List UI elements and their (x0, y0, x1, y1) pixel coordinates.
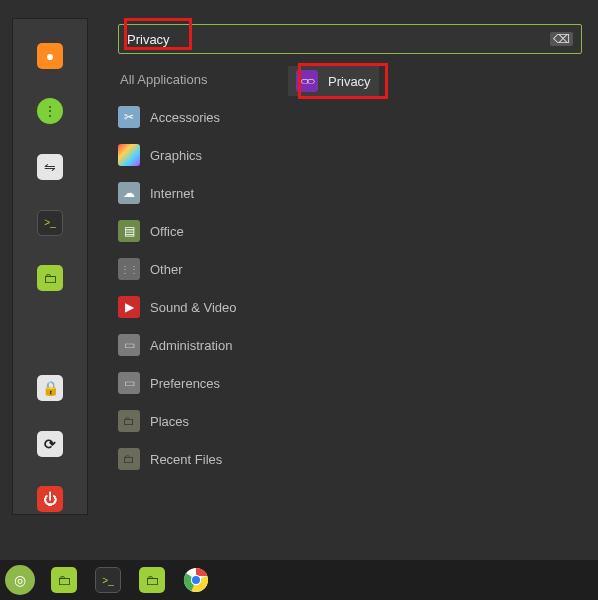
menu-right-panel: ⌫ All Applications ✂ Accessories Graphic… (88, 18, 588, 515)
category-label: Preferences (150, 376, 220, 391)
category-places[interactable]: 🗀 Places (118, 408, 278, 434)
category-graphics[interactable]: Graphics (118, 142, 278, 168)
search-input[interactable] (127, 32, 550, 47)
internet-icon: ☁ (118, 182, 140, 204)
favorites-rail: ● ⋮⋮⋮ ⇋ >_ 🗀 🔒 ⟳ ⏻ (12, 18, 88, 515)
apps-icon: ⋮⋮⋮ (37, 98, 63, 124)
category-label: Accessories (150, 110, 220, 125)
taskbar-mint-menu[interactable]: ◎ (4, 564, 36, 596)
power-icon: ⏻ (37, 486, 63, 512)
terminal-icon: >_ (95, 567, 121, 593)
category-label: Places (150, 414, 189, 429)
category-label: Administration (150, 338, 232, 353)
taskbar-chrome[interactable] (180, 564, 212, 596)
switch-icon: ⇋ (37, 154, 63, 180)
category-header-label: All Applications (120, 72, 207, 87)
administration-icon: ▭ (118, 334, 140, 356)
category-label: Other (150, 262, 183, 277)
category-label: Recent Files (150, 452, 222, 467)
category-label: Internet (150, 186, 194, 201)
chrome-icon (183, 567, 209, 593)
category-recent-files[interactable]: 🗀 Recent Files (118, 446, 278, 472)
restart-icon: ⟳ (37, 431, 63, 457)
places-icon: 🗀 (118, 410, 140, 432)
fav-power[interactable]: ⏻ (35, 484, 65, 514)
accessories-icon: ✂ (118, 106, 140, 128)
category-administration[interactable]: ▭ Administration (118, 332, 278, 358)
taskbar: ◎ 🗀 >_ 🗀 (0, 560, 598, 600)
result-label: Privacy (328, 74, 371, 89)
sound-video-icon: ▶ (118, 296, 140, 318)
category-office[interactable]: ▤ Office (118, 218, 278, 244)
files-icon: 🗀 (37, 265, 63, 291)
mint-logo-icon: ◎ (5, 565, 35, 595)
category-accessories[interactable]: ✂ Accessories (118, 104, 278, 130)
category-all-applications[interactable]: All Applications (118, 66, 278, 92)
categories-list: All Applications ✂ Accessories Graphics … (118, 66, 278, 472)
other-icon: ⋮⋮ (118, 258, 140, 280)
fav-terminal[interactable]: >_ (35, 208, 65, 238)
category-other[interactable]: ⋮⋮ Other (118, 256, 278, 282)
results-list: ⬭⬭ Privacy (278, 66, 582, 472)
fav-apps[interactable]: ⋮⋮⋮ (35, 97, 65, 127)
fav-firefox[interactable]: ● (35, 41, 65, 71)
folder-icon: 🗀 (139, 567, 165, 593)
firefox-icon: ● (37, 43, 63, 69)
office-icon: ▤ (118, 220, 140, 242)
clear-search-icon[interactable]: ⌫ (550, 32, 573, 46)
fav-restart[interactable]: ⟳ (35, 429, 65, 459)
privacy-icon: ⬭⬭ (296, 70, 318, 92)
taskbar-files-2[interactable]: 🗀 (136, 564, 168, 596)
search-field[interactable]: ⌫ (118, 24, 582, 54)
svg-point-2 (192, 576, 200, 584)
result-privacy[interactable]: ⬭⬭ Privacy (288, 66, 379, 96)
recent-icon: 🗀 (118, 448, 140, 470)
folder-icon: 🗀 (51, 567, 77, 593)
taskbar-files[interactable]: 🗀 (48, 564, 80, 596)
category-label: Graphics (150, 148, 202, 163)
menu-content: All Applications ✂ Accessories Graphics … (118, 66, 582, 472)
category-label: Sound & Video (150, 300, 237, 315)
fav-files[interactable]: 🗀 (35, 264, 65, 294)
category-label: Office (150, 224, 184, 239)
category-internet[interactable]: ☁ Internet (118, 180, 278, 206)
mint-menu: ● ⋮⋮⋮ ⇋ >_ 🗀 🔒 ⟳ ⏻ ⌫ All Applications ✂ … (12, 18, 588, 515)
terminal-icon: >_ (37, 210, 63, 236)
fav-settings-switch[interactable]: ⇋ (35, 152, 65, 182)
category-preferences[interactable]: ▭ Preferences (118, 370, 278, 396)
lock-icon: 🔒 (37, 375, 63, 401)
taskbar-terminal[interactable]: >_ (92, 564, 124, 596)
fav-lock[interactable]: 🔒 (35, 373, 65, 403)
category-sound-video[interactable]: ▶ Sound & Video (118, 294, 278, 320)
preferences-icon: ▭ (118, 372, 140, 394)
graphics-icon (118, 144, 140, 166)
